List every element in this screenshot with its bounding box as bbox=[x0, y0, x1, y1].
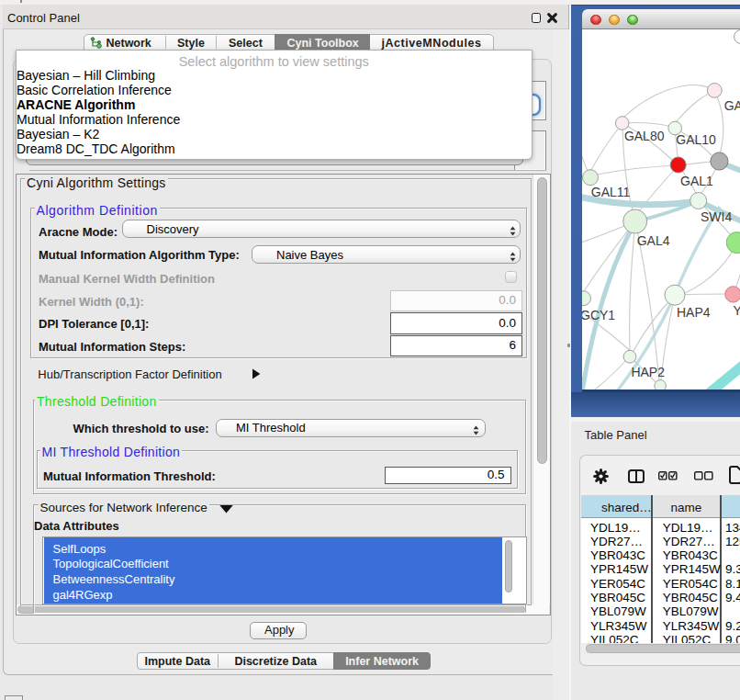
svg-text:GCY1: GCY1 bbox=[582, 308, 615, 322]
svg-text:GAL1: GAL1 bbox=[680, 174, 713, 188]
svg-text:GAL7: GAL7 bbox=[724, 98, 740, 113]
svg-text:SWI4: SWI4 bbox=[701, 209, 732, 224]
svg-text:HAP4: HAP4 bbox=[677, 305, 711, 320]
svg-text:Y: Y bbox=[734, 303, 740, 318]
svg-text:GAL11: GAL11 bbox=[591, 185, 631, 199]
svg-text:GAL4: GAL4 bbox=[637, 233, 670, 248]
svg-text:GAL10: GAL10 bbox=[677, 132, 717, 147]
svg-text:HAP2: HAP2 bbox=[632, 365, 666, 379]
svg-text:GAL80: GAL80 bbox=[624, 129, 665, 143]
